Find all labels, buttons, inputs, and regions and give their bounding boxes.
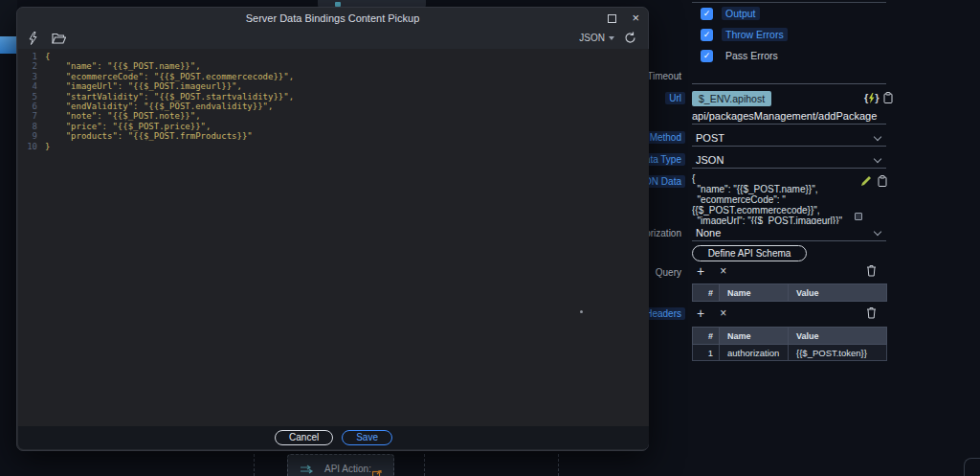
method-select[interactable]: POST xyxy=(692,130,886,147)
url-env-token-chip[interactable]: $_ENV.apihost xyxy=(692,91,771,106)
code-line[interactable]: 5 "startValidity": "{{$_POST.startvalidi… xyxy=(18,92,649,102)
modal-footer: Cancel Save xyxy=(18,426,649,449)
lightning-bolt-icon[interactable] xyxy=(29,32,37,45)
cancel-button[interactable]: Cancel xyxy=(275,430,333,445)
json-data-icons xyxy=(860,175,887,187)
sidebar-selected-item-strip[interactable] xyxy=(0,36,17,54)
clipboard-icon[interactable] xyxy=(878,175,887,187)
data-type-select[interactable]: JSON xyxy=(692,152,886,169)
authorization-select[interactable]: None xyxy=(692,225,886,241)
query-trash-icon[interactable] xyxy=(866,264,877,277)
line-number: 4 xyxy=(18,81,45,91)
chevron-down-icon xyxy=(874,228,881,236)
code-line[interactable]: 1{ xyxy=(18,52,649,61)
line-code: } xyxy=(45,142,50,151)
add-header-icon[interactable]: + xyxy=(697,306,704,320)
checkbox-checked-icon[interactable]: ✓ xyxy=(701,50,713,62)
close-icon[interactable]: × xyxy=(632,11,639,26)
flow-connector-line xyxy=(558,454,559,476)
server-data-bindings-modal: Server Data Bindings Content Pickup × JS… xyxy=(16,7,649,451)
code-editor[interactable]: 1{2 "name": "{{$_POST.name}}",3 "ecommer… xyxy=(18,49,649,428)
line-number: 2 xyxy=(18,61,45,71)
column-header: # xyxy=(693,284,719,301)
textarea-resize-grip-icon[interactable] xyxy=(855,213,862,220)
authorization-value: None xyxy=(696,227,721,238)
json-preview-line: "ecommerceCode": " xyxy=(692,194,862,205)
line-number: 5 xyxy=(18,92,45,102)
line-number: 6 xyxy=(18,102,45,111)
line-number: 3 xyxy=(18,72,45,81)
code-line[interactable]: 7 "note": "{{$_POST.note}}", xyxy=(18,111,649,121)
url-path-field[interactable]: api/packagesManagement/addPackage xyxy=(692,107,886,125)
url-path-value: api/packagesManagement/addPackage xyxy=(692,110,877,122)
code-line[interactable]: 8 "price": "{{$_POST.price}}", xyxy=(18,122,649,131)
row-number: 1 xyxy=(693,345,719,360)
json-preview-line: "imageUrl": "{{$_POST.imageurl}}" xyxy=(692,215,862,224)
format-dropdown-value: JSON xyxy=(579,33,605,43)
column-header: Name xyxy=(719,328,788,344)
mouse-cursor-dot xyxy=(580,310,583,313)
line-code: "name": "{{$_POST.name}}", xyxy=(45,61,201,71)
format-dropdown[interactable]: JSON xyxy=(579,33,614,43)
column-header: # xyxy=(693,328,719,344)
data-binding-picker-icon[interactable]: { } xyxy=(864,92,880,103)
remove-query-param-icon[interactable]: × xyxy=(720,264,726,278)
headers-trash-icon[interactable] xyxy=(866,306,877,319)
define-api-schema-button[interactable]: Define API Schema xyxy=(692,245,807,261)
headers-table-header: #NameValue xyxy=(692,327,887,345)
checkbox-row[interactable]: ✓Output xyxy=(701,7,760,20)
checkbox-row[interactable]: ✓Pass Errors xyxy=(701,49,782,62)
code-line[interactable]: 10} xyxy=(18,142,649,151)
maximize-icon[interactable] xyxy=(608,14,616,23)
line-code: "price": "{{$_POST.price}}", xyxy=(45,122,211,131)
column-header: Value xyxy=(788,284,886,301)
panel-divider xyxy=(692,2,886,3)
save-button[interactable]: Save xyxy=(342,430,392,445)
flow-connector-line xyxy=(424,454,425,476)
checkbox-label: Throw Errors xyxy=(722,28,788,41)
column-header: Value xyxy=(788,328,886,344)
api-action-step[interactable]: API Action: xyxy=(287,454,394,476)
checkbox-label: Output xyxy=(722,7,760,20)
add-query-param-icon[interactable]: + xyxy=(697,264,704,278)
row-name[interactable]: authorization xyxy=(719,345,788,360)
json-preview-line: "name": "{{$_POST.name}}", xyxy=(692,184,862,194)
query-table: #NameValue xyxy=(692,283,887,302)
code-line[interactable]: 2 "name": "{{$_POST.name}}", xyxy=(18,61,649,71)
code-line[interactable]: 3 "ecommerceCode": "{{$_POST.ecommerceco… xyxy=(18,72,649,81)
app-window: API Action: ✓Output✓Throw Errors✓Pass Er… xyxy=(0,0,980,476)
remove-header-icon[interactable]: × xyxy=(720,306,726,320)
clipboard-icon[interactable] xyxy=(883,92,893,103)
api-action-properties-panel: ✓Output✓Throw Errors✓Pass Errors Timeout… xyxy=(612,0,980,476)
query-table-header: #NameValue xyxy=(692,283,887,302)
json-data-preview[interactable]: { "name": "{{$_POST.name}}", "ecommerceC… xyxy=(692,173,862,224)
code-line[interactable]: 9 "products": "{{$_POST.frmProducts}}" xyxy=(18,131,649,141)
code-line[interactable]: 4 "imageUrl": "{{$_POST.imageurl}}", xyxy=(18,81,649,91)
edit-pencil-icon[interactable] xyxy=(860,175,872,187)
flow-arrow-icon xyxy=(300,465,316,474)
headers-table: #NameValue 1authorization{{$_POST.token}… xyxy=(692,327,887,361)
checkbox-checked-icon[interactable]: ✓ xyxy=(701,29,713,41)
open-folder-icon[interactable] xyxy=(52,33,66,44)
checkbox-checked-icon[interactable]: ✓ xyxy=(701,8,713,20)
query-row-actions: + × xyxy=(697,264,726,278)
caret-down-icon xyxy=(609,36,614,40)
row-value[interactable]: {{$_POST.token}} xyxy=(788,345,886,360)
checkbox-row[interactable]: ✓Throw Errors xyxy=(701,28,788,41)
line-code: "ecommerceCode": "{{$_POST.ecommercecode… xyxy=(45,72,294,81)
modal-title: Server Data Bindings Content Pickup xyxy=(17,8,648,29)
code-line[interactable]: 6 "endValidity": "{{$_POST.endvalidity}}… xyxy=(18,102,649,111)
timeout-input[interactable] xyxy=(692,69,886,84)
line-code: "products": "{{$_POST.frmProducts}}" xyxy=(45,131,253,141)
line-number: 9 xyxy=(18,131,45,141)
refresh-icon[interactable] xyxy=(624,32,636,44)
api-action-label: API Action: xyxy=(324,464,371,474)
line-code: { xyxy=(45,52,50,61)
table-row[interactable]: 1authorization{{$_POST.token}} xyxy=(692,345,887,361)
line-code: "imageUrl": "{{$_POST.imageurl}}", xyxy=(45,81,242,91)
data-type-value: JSON xyxy=(696,154,724,166)
line-code: "endValidity": "{{$_POST.endvalidity}}", xyxy=(45,102,273,111)
brace-close: } xyxy=(875,92,879,103)
method-value: POST xyxy=(696,132,724,144)
json-preview-line: {{$_POST.ecommercecode}}", xyxy=(692,205,862,215)
